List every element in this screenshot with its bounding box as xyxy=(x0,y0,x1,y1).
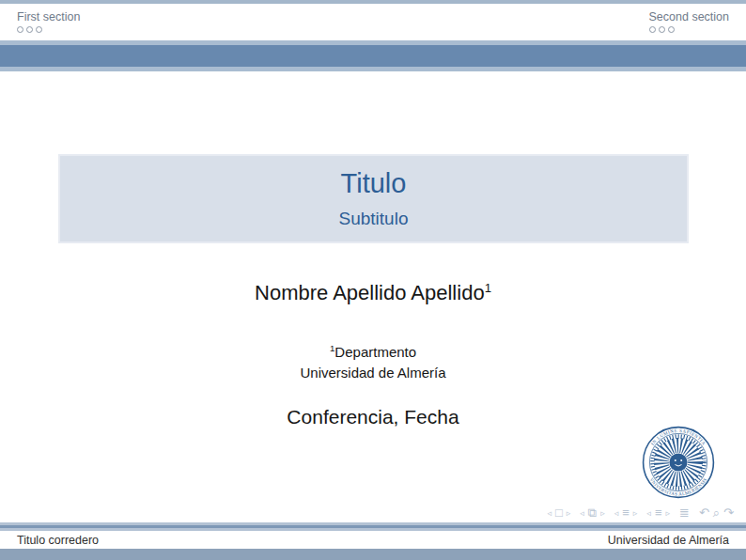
subsection-nav-group: ◃ ≡ ▹ xyxy=(614,506,638,520)
seal-face-left-eye xyxy=(675,459,676,461)
prev-slide-button[interactable]: ◃ xyxy=(547,506,552,520)
section-label-second[interactable]: Second section xyxy=(649,10,729,23)
frame-icon[interactable]: ⧉ xyxy=(588,506,597,520)
institute-department: Departmento xyxy=(334,344,416,360)
slide-subtitle: Subtitulo xyxy=(339,208,409,230)
slide-icon[interactable]: □ xyxy=(555,506,563,520)
section-icon[interactable]: ≡ xyxy=(655,506,662,520)
section-nav-first: First section xyxy=(17,10,80,33)
footer-short-title: Titulo corredero xyxy=(17,534,99,547)
author-line: Nombre Apellido Apellido1 xyxy=(0,281,746,305)
history-nav-group: ↶ ⌕ ↷ xyxy=(699,506,734,520)
header-bar-middle-stripe xyxy=(0,45,746,67)
header-bar xyxy=(0,40,746,71)
slide-title: Titulo xyxy=(341,167,407,199)
slide-nav-group: ◃ □ ▹ xyxy=(547,506,570,520)
subsection-icon[interactable]: ≡ xyxy=(622,506,629,520)
next-slide-button[interactable]: ▹ xyxy=(567,506,571,520)
bottom-accent-bar xyxy=(0,549,746,560)
university-seal-logo: IN LUMINE SAPIENTIA VNIVERSITAS ALMERIEN… xyxy=(641,425,716,500)
conference-date-line: Conferencia, Fecha xyxy=(0,406,746,428)
section-label-first[interactable]: First section xyxy=(17,10,80,23)
header-band: First section Second section xyxy=(0,4,746,40)
frame-dot[interactable] xyxy=(649,26,656,33)
header-bar-bottom-stripe xyxy=(0,67,746,71)
prev-frame-button[interactable]: ◃ xyxy=(580,506,584,520)
frame-dots-first xyxy=(17,26,80,33)
title-box: Titulo Subtitulo xyxy=(58,154,689,243)
frame-dots-second xyxy=(649,26,729,33)
frame-dot[interactable] xyxy=(659,26,665,33)
frame-dot[interactable] xyxy=(17,26,23,33)
section-nav-second: Second section xyxy=(649,10,729,33)
frame-dot[interactable] xyxy=(36,26,42,33)
next-subsection-button[interactable]: ▹ xyxy=(633,506,638,520)
frame-dot[interactable] xyxy=(668,26,675,33)
next-frame-button[interactable]: ▹ xyxy=(600,506,605,520)
prev-subsection-button[interactable]: ◃ xyxy=(614,506,619,520)
institute-block: 1Departmento Universidad de Almería xyxy=(0,338,746,383)
prev-section-button[interactable]: ◃ xyxy=(646,506,651,520)
forward-button[interactable]: ↷ xyxy=(723,506,734,520)
seal-sun-face xyxy=(669,453,687,471)
institute-department-line: 1Departmento xyxy=(0,338,746,363)
seal-face-right-eye xyxy=(680,459,682,461)
next-section-button[interactable]: ▹ xyxy=(665,506,670,520)
institute-university: Universidad de Almería xyxy=(0,363,746,383)
frame-dot[interactable] xyxy=(26,26,33,33)
document-nav-group: ≣ xyxy=(679,506,690,520)
author-affiliation-mark: 1 xyxy=(485,281,491,295)
frame-nav-group: ◃ ⧉ ▹ xyxy=(580,506,604,520)
navigation-symbols-bar: ◃ □ ▹ ◃ ⧉ ▹ ◃ ≡ ▹ ◃ ≡ ▹ ≣ ↶ ⌕ ↷ xyxy=(547,506,734,520)
footer-separator xyxy=(0,522,746,531)
footer-band: Titulo corredero Universidad de Almería xyxy=(0,531,746,549)
beamer-title-slide: First section Second section Titulo Subt… xyxy=(0,0,746,560)
section-nav-group: ◃ ≡ ▹ xyxy=(646,506,670,520)
footer-institution: Universidad de Almería xyxy=(608,534,729,547)
author-name: Nombre Apellido Apellido xyxy=(255,281,485,304)
search-button[interactable]: ⌕ xyxy=(713,506,720,520)
document-icon[interactable]: ≣ xyxy=(679,506,690,520)
back-button[interactable]: ↶ xyxy=(699,506,709,520)
